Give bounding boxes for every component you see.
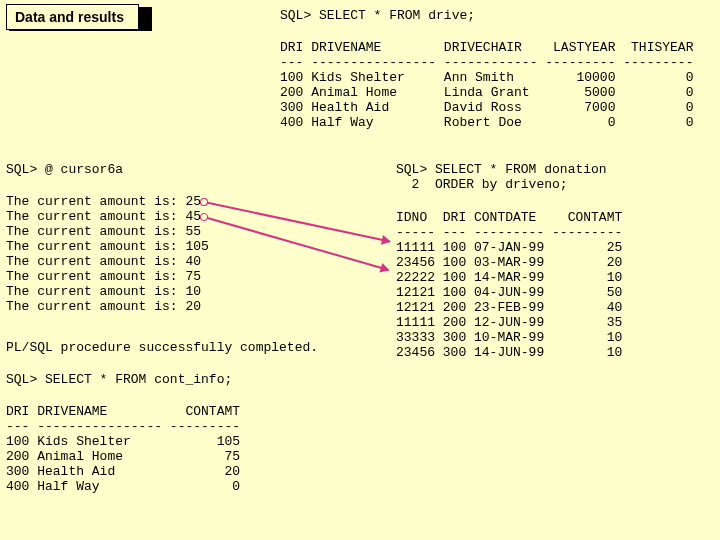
table-cont-info: DRI DRIVENAME CONTAMT --- --------------… [6, 404, 240, 494]
cursor-output: The current amount is: 25 The current am… [6, 194, 209, 314]
query-drive: SQL> SELECT * FROM drive; [280, 8, 475, 23]
query-cont-info: SQL> SELECT * FROM cont_info; [6, 372, 232, 387]
arrow-2-icon [204, 216, 389, 271]
table-drive: DRI DRIVENAME DRIVECHAIR LASTYEAR THISYE… [280, 40, 693, 130]
query-donation: SQL> SELECT * FROM donation 2 ORDER by d… [396, 162, 607, 192]
query-cursor6a: SQL> @ cursor6a [6, 162, 123, 177]
title-badge: Data and results [6, 4, 139, 30]
table-donation: IDNO DRI CONTDATE CONTAMT ----- --- ----… [396, 210, 622, 360]
arrow-1-icon [204, 201, 390, 242]
plsql-completed: PL/SQL procedure successfully completed. [6, 340, 318, 355]
